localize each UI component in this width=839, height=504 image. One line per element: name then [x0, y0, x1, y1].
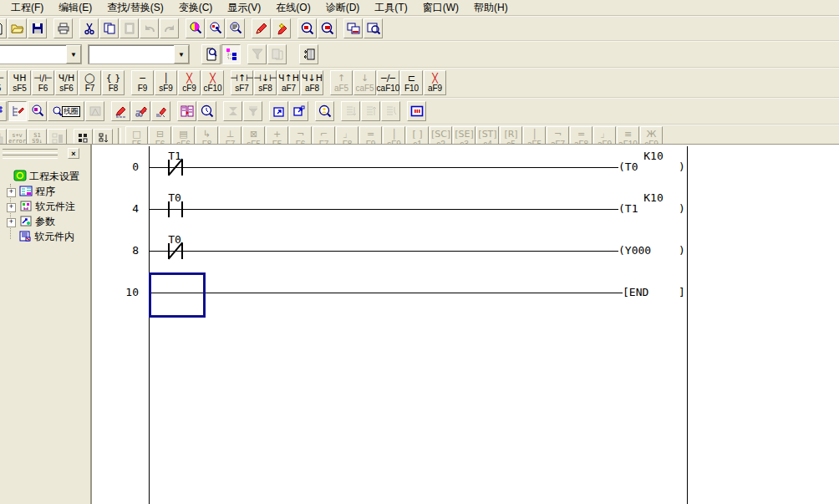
tree-item-label: 参数: [35, 216, 55, 227]
ladder-btn-parallel-rising-pulse[interactable]: Ч↑НaF7: [277, 70, 300, 95]
redo-arrow-icon: [163, 22, 176, 35]
menu-diagnostics[interactable]: 诊断(D): [318, 0, 368, 15]
ladder-btn-falling-pulse[interactable]: ⊣↓⊢sF8: [254, 70, 277, 95]
menu-find-replace[interactable]: 查找/替换(S): [99, 0, 170, 15]
buffer-memory-button[interactable]: [361, 101, 380, 121]
menu-window[interactable]: 窗口(W): [415, 0, 466, 15]
paste-button[interactable]: [119, 18, 139, 38]
ladder-btn-falling-gray[interactable]: ↓caF5: [353, 70, 376, 95]
ladder-monitor-mode-button[interactable]: [151, 101, 170, 121]
ladder-btn-horizontal-line[interactable]: ─F9: [131, 70, 154, 95]
copy-button[interactable]: [99, 18, 119, 38]
cascade-windows-button[interactable]: [343, 18, 363, 38]
ladder-btn-delete-horizontal-line[interactable]: ╳cF9: [178, 70, 201, 95]
project-window-magnify-button[interactable]: [364, 18, 383, 38]
ladder-btn-delete-branch[interactable]: ╳aF9: [424, 70, 446, 95]
ladder-write-button[interactable]: [252, 18, 271, 38]
toolbar-standard: [0, 16, 839, 41]
monitor-stop-button[interactable]: [243, 101, 262, 121]
ladder-btn-closed-contact[interactable]: ⊣/⊢F6: [32, 70, 54, 95]
close-panel-button[interactable]: ×: [68, 148, 79, 159]
project-tree-panel: × 工程未设置 +程序 +软元件注 +参数 软元件内: [0, 145, 91, 504]
ladder-btn-delete-vertical-line[interactable]: ╳cF10: [201, 70, 224, 95]
data-name-combo[interactable]: ▼: [88, 44, 190, 64]
delete-branch-icon: ╳: [432, 73, 438, 84]
coil-search-button[interactable]: 线圈: [48, 101, 84, 121]
ladder-btn-parallel-closed-contact[interactable]: Ч/НsF6: [55, 70, 78, 95]
new-button[interactable]: [0, 18, 7, 38]
edit-cursor-selection[interactable]: [149, 272, 206, 318]
sfc-step-icon: □: [132, 129, 140, 140]
redo-button[interactable]: [160, 18, 179, 38]
expand-plus-icon[interactable]: +: [7, 203, 16, 212]
ladder-read-mode-button[interactable]: [131, 101, 150, 121]
menu-project[interactable]: 工程(F): [3, 0, 51, 15]
undo-button[interactable]: [140, 18, 159, 38]
tree-item-device-comment[interactable]: +软元件注: [0, 199, 90, 214]
expand-plus-icon[interactable]: +: [7, 188, 16, 197]
menu-tools[interactable]: 工具(T): [367, 0, 414, 15]
dropdown-arrow-icon[interactable]: ▼: [66, 45, 81, 64]
program-type-combo[interactable]: 序 ▼: [0, 44, 82, 64]
panel-grip[interactable]: [3, 155, 58, 159]
menu-convert[interactable]: 变换(C): [171, 0, 221, 15]
device-batch-button[interactable]: [341, 101, 360, 121]
open-button[interactable]: [8, 18, 27, 38]
document-search-button[interactable]: [201, 44, 221, 64]
sfc-selection-divergence-icon: +: [273, 129, 281, 140]
program-icon: [19, 186, 33, 196]
invert-result-icon: ─/─: [381, 73, 395, 84]
monitor-search-button[interactable]: [315, 101, 334, 121]
open-window-button[interactable]: [269, 101, 288, 121]
find-string-button[interactable]: [226, 18, 245, 38]
device-test-button[interactable]: [407, 101, 426, 121]
new-window-button[interactable]: [289, 101, 308, 121]
ladder-btn-branch-line[interactable]: ⊏F10: [400, 70, 423, 95]
tree-item-parameter[interactable]: +参数: [0, 214, 90, 229]
application-instruction-icon: { }: [106, 73, 121, 84]
ladder-btn-coil[interactable]: ◯F7: [79, 70, 101, 95]
find-contact-coil-button[interactable]: [206, 18, 225, 38]
dropdown-arrow-icon[interactable]: ▼: [174, 45, 189, 64]
macro-button[interactable]: [85, 101, 104, 121]
parameter-dialog-button[interactable]: [267, 44, 287, 64]
ladder-btn-parallel-open-contact[interactable]: ЧНsF5: [8, 70, 31, 95]
cut-button[interactable]: [79, 18, 99, 38]
ladder-btn-vertical-line[interactable]: │sF9: [155, 70, 177, 95]
monitor-pause-button[interactable]: [223, 101, 242, 121]
sfc-dummy-step-icon: ▤: [179, 129, 187, 140]
tree-item-device-memory[interactable]: 软元件内: [0, 229, 90, 244]
ladder-btn-rising-gray[interactable]: ↑aF5: [330, 70, 353, 95]
funnel-button[interactable]: [247, 44, 267, 64]
ladder-btn-parallel-falling-pulse[interactable]: Ч↓НaF8: [301, 70, 323, 95]
tree-root-project[interactable]: 工程未设置: [0, 169, 90, 184]
ladder-editor[interactable]: 0 T1 K10 (T0 ) 4 T0 K10 (T1 ): [91, 145, 839, 504]
menu-edit[interactable]: 编辑(E): [51, 0, 99, 15]
block-exchange-button[interactable]: [177, 101, 196, 121]
panel-grip[interactable]: [3, 149, 58, 153]
project-data-list-button[interactable]: [221, 44, 241, 64]
zoom-in-button[interactable]: [297, 18, 317, 38]
ladder-btn-open-contact[interactable]: ⊣⊢F5: [0, 70, 8, 95]
menu-view[interactable]: 显示(V): [220, 0, 268, 15]
expand-plus-icon[interactable]: +: [7, 218, 16, 227]
ladder-btn-rising-pulse[interactable]: ⊣↑⊢sF7: [231, 70, 253, 95]
ladder-btn-invert-result[interactable]: ─/─caF10: [377, 70, 399, 95]
save-button[interactable]: [28, 18, 47, 38]
comment-display-button[interactable]: [0, 101, 7, 121]
find-device-button[interactable]: [186, 18, 205, 38]
device-search-button[interactable]: [28, 101, 47, 121]
end-close-bracket: ]: [679, 287, 685, 298]
instruction-list-button[interactable]: [299, 44, 318, 64]
menu-help[interactable]: 帮助(H): [466, 0, 516, 15]
ladder-write-mode-button[interactable]: [111, 101, 130, 121]
ladder-btn-application-instruction[interactable]: { }F8: [102, 70, 125, 95]
ladder-insert-button[interactable]: [272, 18, 291, 38]
monitor-condition-button[interactable]: [381, 101, 400, 121]
time-monitor-button[interactable]: [197, 101, 216, 121]
menu-online[interactable]: 在线(O): [268, 0, 318, 15]
zoom-out-button[interactable]: [318, 18, 337, 38]
tree-item-program[interactable]: +程序: [0, 184, 90, 199]
statement-display-button[interactable]: [8, 101, 27, 121]
print-button[interactable]: [53, 18, 73, 38]
